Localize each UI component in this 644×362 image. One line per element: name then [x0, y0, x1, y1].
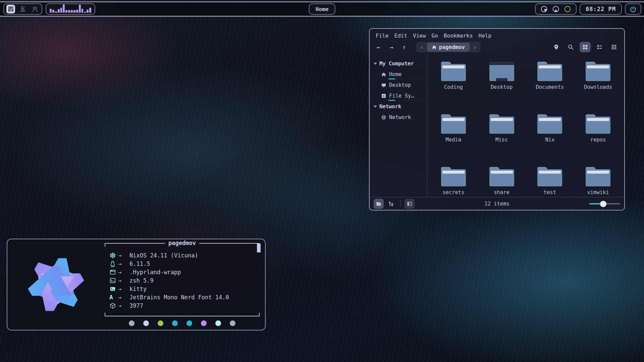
- memory-usage-circle-icon: [552, 5, 559, 13]
- monitor-icon: [381, 82, 386, 88]
- status-bar: 12 items: [370, 197, 624, 210]
- sidebar-section-header[interactable]: Network: [374, 101, 427, 112]
- folder-item-test[interactable]: test: [526, 167, 574, 197]
- folder-label: test: [544, 189, 556, 195]
- menu-view[interactable]: View: [413, 33, 426, 39]
- sidebar-item-label: Desktop: [389, 82, 411, 88]
- window-icon: [109, 269, 116, 276]
- fetch-value: .Hyprland-wrapp: [129, 269, 181, 276]
- viz-bar: [79, 5, 81, 13]
- workspace-button[interactable]: 四: [6, 5, 15, 13]
- show-places-button[interactable]: [374, 199, 384, 209]
- snow-icon: [109, 252, 116, 259]
- folder-item-share[interactable]: share: [478, 167, 526, 197]
- list-view-icon: [596, 44, 603, 50]
- menu-file[interactable]: File: [376, 33, 389, 39]
- slider-thumb[interactable]: [600, 201, 606, 207]
- fetch-row: →NixOS 24.11 (Vicuna): [109, 251, 255, 259]
- forward-button[interactable]: →: [387, 44, 396, 51]
- palette-dot: [129, 320, 135, 326]
- folder-icon: [537, 114, 562, 134]
- sidebar-section-header[interactable]: My Computer: [374, 58, 427, 69]
- path-tab-home[interactable]: pagedmov: [427, 43, 470, 52]
- sidebar-item-label: Home: [389, 71, 401, 77]
- folder-icon: [537, 62, 562, 81]
- panel-toggle-icon: [407, 201, 413, 207]
- arrow-icon: →: [118, 294, 129, 301]
- menu-help[interactable]: Help: [479, 33, 492, 39]
- zoom-slider[interactable]: [589, 201, 620, 207]
- file-manager-window: FileEditViewGoBookmarksHelp ← → ↑ ‹ page…: [369, 28, 625, 210]
- termo-icon: [109, 277, 118, 284]
- folder-item-downloads[interactable]: Downloads: [574, 62, 622, 114]
- power-button[interactable]: [625, 3, 641, 15]
- workspace-button[interactable]: 五: [18, 5, 27, 13]
- path-scroll-left-icon[interactable]: ‹: [417, 44, 426, 51]
- folder-label: Media: [446, 137, 462, 143]
- folder-icon: [489, 114, 514, 134]
- folder-grid: CodingDesktopDocumentsDownloadsMediaMisc…: [427, 55, 624, 197]
- viz-bar: [58, 9, 60, 13]
- toggle-sidebar-button[interactable]: [405, 199, 415, 209]
- folder-label: Misc: [495, 137, 508, 143]
- active-window-title: Home: [309, 3, 335, 15]
- folder-item-documents[interactable]: Documents: [526, 62, 574, 114]
- list-view-button[interactable]: [594, 42, 605, 52]
- fetch-box-bottom: [105, 313, 260, 316]
- folder-item-misc[interactable]: Misc: [478, 114, 526, 167]
- power-icon: [630, 6, 637, 13]
- folder-label: Nix: [545, 137, 554, 143]
- fastfetch-output: pagedmov →NixOS 24.11 (Vicuna)→6.11.5→.H…: [105, 243, 260, 326]
- folder-item-repos[interactable]: repos: [574, 114, 622, 167]
- folder-icon: [586, 114, 610, 134]
- compact-view-icon: [611, 44, 617, 50]
- menu-bookmarks[interactable]: Bookmarks: [444, 33, 473, 39]
- fetch-value: NixOS 24.11 (Vicuna): [129, 252, 198, 259]
- places-button[interactable]: [551, 42, 562, 52]
- cube-icon: [109, 302, 118, 309]
- viz-bar: [63, 4, 65, 13]
- sidebar-item-network[interactable]: Network: [381, 112, 427, 123]
- viz-bar: [68, 10, 70, 13]
- search-icon: [568, 44, 574, 50]
- folder-item-media[interactable]: Media: [429, 114, 478, 167]
- sidebar: My ComputerHomeDesktopFile Sy…NetworkNet…: [370, 55, 427, 197]
- fetch-box-top: pagedmov: [105, 243, 260, 249]
- system-monitor-widget[interactable]: [535, 3, 577, 15]
- compact-view-button[interactable]: [608, 42, 620, 52]
- sidebar-item-home[interactable]: Home: [381, 69, 427, 80]
- menu-edit[interactable]: Edit: [394, 33, 408, 39]
- disk-usage-circle-icon: [540, 5, 548, 13]
- folder-label: share: [494, 189, 509, 195]
- fetch-value: 6.11.5: [129, 260, 150, 267]
- folder-item-coding[interactable]: Coding: [429, 62, 478, 114]
- snow-icon: [109, 252, 118, 259]
- sidebar-item-desktop[interactable]: Desktop: [381, 80, 427, 90]
- palette-dot: [158, 320, 163, 326]
- menu-go[interactable]: Go: [432, 33, 438, 39]
- desktop-icon: [489, 62, 514, 81]
- viz-bar: [50, 9, 52, 13]
- folder-item-nix[interactable]: Nix: [526, 114, 574, 167]
- menu-bar: FileEditViewGoBookmarksHelp: [370, 29, 624, 40]
- termf-icon: [109, 286, 118, 292]
- clock-widget: 08:22 PM: [580, 3, 622, 15]
- folder-item-desktop[interactable]: Desktop: [478, 62, 526, 114]
- search-button[interactable]: [565, 42, 576, 52]
- folder-icon: [586, 167, 610, 186]
- up-button[interactable]: ↑: [400, 44, 409, 51]
- viz-bar: [52, 10, 54, 13]
- terminal-color-palette: [105, 320, 260, 326]
- folder-item-vimwiki[interactable]: vimwiki: [574, 167, 622, 197]
- font-icon: A: [109, 294, 118, 301]
- workspace-button[interactable]: 六: [31, 5, 39, 13]
- terminal-cursor: [257, 244, 261, 252]
- path-scroll-right-icon[interactable]: ›: [470, 44, 479, 51]
- back-button[interactable]: ←: [374, 44, 383, 51]
- show-tree-button[interactable]: [386, 199, 396, 209]
- fetch-hostname: pagedmov: [165, 240, 199, 246]
- folder-item-secrets[interactable]: secrets: [429, 167, 478, 197]
- sidebar-item-filesy[interactable]: File Sy…: [381, 90, 427, 101]
- icon-view-button[interactable]: [580, 42, 591, 52]
- nav-buttons: ← → ↑: [374, 44, 409, 51]
